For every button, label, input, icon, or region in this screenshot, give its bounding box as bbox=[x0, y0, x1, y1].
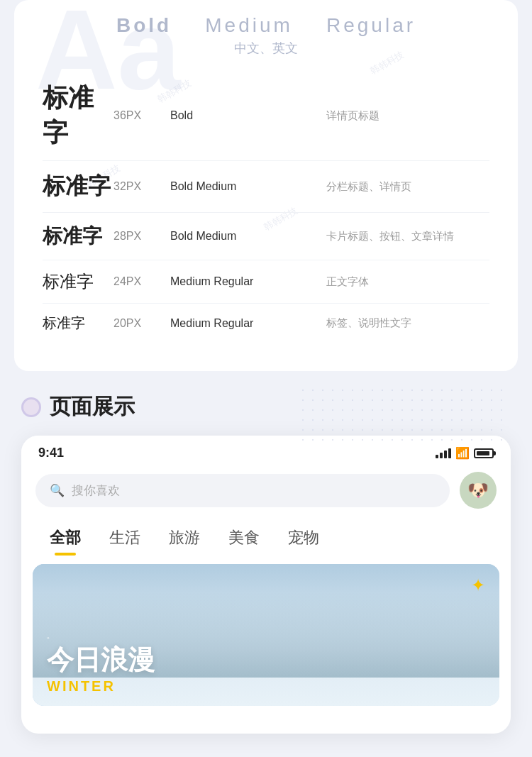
search-icon: 🔍 bbox=[50, 483, 65, 498]
banner-badge-icon: ✦ bbox=[471, 575, 485, 595]
phone-mockup: 9:41 📶 🔍 搜你喜欢 🐶 全部生活旅游美食宠物 ✦ bbox=[21, 436, 511, 734]
typo-row: 标准字 32PX Bold Medium 分栏标题、详情页 bbox=[43, 161, 489, 213]
status-icons: 📶 bbox=[436, 446, 494, 460]
typo-sample: 标准字 bbox=[43, 161, 113, 213]
font-styles-label: Bold Medium Regular bbox=[43, 14, 489, 37]
typo-row: 标准字 24PX Medium Regular 正文字体 bbox=[43, 260, 489, 304]
search-placeholder-text: 搜你喜欢 bbox=[72, 482, 120, 499]
bold-label: Bold bbox=[116, 14, 172, 36]
category-tab[interactable]: 生活 bbox=[95, 523, 155, 553]
category-tabs: 全部生活旅游美食宠物 bbox=[21, 520, 511, 564]
signal-bar-4 bbox=[448, 448, 451, 458]
typo-usage: 正文字体 bbox=[326, 260, 489, 304]
avatar: 🐶 bbox=[460, 472, 497, 509]
typo-row: 标准字 20PX Medium Regular 标签、说明性文字 bbox=[43, 304, 489, 343]
section-title: 页面展示 bbox=[50, 392, 135, 421]
typo-sample: 标准字 bbox=[43, 213, 113, 260]
medium-label: Medium bbox=[205, 14, 293, 36]
typo-size: 24PX bbox=[113, 260, 170, 304]
banner-text-block: “ 今日浪漫 WINTER bbox=[47, 636, 450, 695]
wifi-icon: 📶 bbox=[455, 446, 470, 460]
typo-size: 32PX bbox=[113, 161, 170, 213]
typo-weight: Medium Regular bbox=[170, 304, 326, 343]
typo-sample: 标准字 bbox=[43, 71, 113, 161]
typography-card: Aa 韩韩科技 韩韩科技 韩韩科技 韩韩科技 Bold Medium Regul… bbox=[14, 0, 518, 371]
category-tab[interactable]: 美食 bbox=[214, 523, 274, 553]
typo-size: 28PX bbox=[113, 213, 170, 260]
banner-main-text: 今日浪漫 bbox=[47, 646, 450, 675]
section-header: 页面展示 bbox=[0, 392, 532, 436]
search-row: 🔍 搜你喜欢 🐶 bbox=[21, 466, 511, 520]
status-time: 9:41 bbox=[38, 446, 64, 460]
typo-usage: 标签、说明性文字 bbox=[326, 304, 489, 343]
typo-weight: Bold Medium bbox=[170, 161, 326, 213]
category-tab[interactable]: 旅游 bbox=[155, 523, 214, 553]
status-bar: 9:41 📶 bbox=[21, 436, 511, 466]
category-tab[interactable]: 宠物 bbox=[274, 523, 333, 553]
typo-usage: 卡片标题、按钮、文章详情 bbox=[326, 213, 489, 260]
typo-sample: 标准字 bbox=[43, 304, 113, 343]
dot-grid-decoration bbox=[298, 385, 511, 442]
typo-sample: 标准字 bbox=[43, 260, 113, 304]
typo-size: 36PX bbox=[113, 71, 170, 161]
typo-weight: Medium Regular bbox=[170, 260, 326, 304]
typo-usage: 分栏标题、详情页 bbox=[326, 161, 489, 213]
banner-sub-text: WINTER bbox=[47, 678, 450, 695]
typo-weight: Bold Medium bbox=[170, 213, 326, 260]
typo-usage: 详情页标题 bbox=[326, 71, 489, 161]
search-box[interactable]: 🔍 搜你喜欢 bbox=[35, 474, 450, 507]
signal-icon bbox=[436, 448, 451, 458]
regular-label: Regular bbox=[326, 14, 416, 36]
signal-bar-2 bbox=[440, 453, 443, 458]
banner-quote: “ bbox=[47, 636, 450, 644]
language-label: 中文、英文 bbox=[43, 40, 489, 57]
typography-table: 标准字 36PX Bold 详情页标题 标准字 32PX Bold Medium… bbox=[43, 71, 489, 343]
battery-fill bbox=[477, 451, 489, 455]
battery-icon bbox=[474, 448, 494, 458]
typo-weight: Bold bbox=[170, 71, 326, 161]
typo-row: 标准字 36PX Bold 详情页标题 bbox=[43, 71, 489, 161]
category-tab[interactable]: 全部 bbox=[35, 523, 95, 553]
font-family-header: Bold Medium Regular 中文、英文 bbox=[43, 14, 489, 57]
signal-bar-1 bbox=[436, 455, 438, 458]
section-dot-icon bbox=[21, 397, 41, 417]
typo-size: 20PX bbox=[113, 304, 170, 343]
signal-bar-3 bbox=[444, 451, 447, 458]
typo-row: 标准字 28PX Bold Medium 卡片标题、按钮、文章详情 bbox=[43, 213, 489, 260]
banner: ✦ “ 今日浪漫 WINTER bbox=[33, 564, 499, 706]
